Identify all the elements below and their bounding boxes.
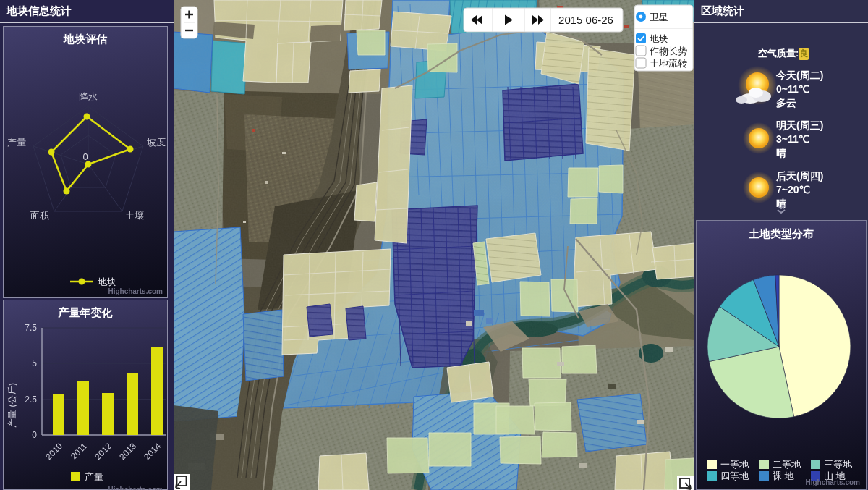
svg-text:作物长势: 作物长势 bbox=[649, 46, 687, 56]
svg-text:地块: 地块 bbox=[98, 276, 116, 287]
svg-text:0: 0 bbox=[32, 430, 37, 440]
svg-text:2014: 2014 bbox=[142, 441, 163, 462]
svg-text:降水: 降水 bbox=[79, 91, 98, 102]
svg-text:裸 地: 裸 地 bbox=[773, 470, 795, 481]
svg-text:2011: 2011 bbox=[69, 441, 89, 461]
svg-text:7.5: 7.5 bbox=[25, 323, 37, 333]
svg-text:土地流转: 土地流转 bbox=[650, 58, 687, 69]
svg-text:2012: 2012 bbox=[93, 441, 114, 462]
svg-text:一等地: 一等地 bbox=[720, 459, 749, 470]
svg-text:面积: 面积 bbox=[30, 210, 50, 221]
svg-text:土壤: 土壤 bbox=[125, 210, 144, 221]
svg-text:地块: 地块 bbox=[650, 33, 668, 44]
svg-text:产量 (公斤): 产量 (公斤) bbox=[7, 383, 17, 428]
svg-text:三等地: 三等地 bbox=[824, 459, 853, 470]
svg-text:产量: 产量 bbox=[7, 137, 26, 148]
svg-text:2010: 2010 bbox=[43, 441, 64, 462]
svg-text:5: 5 bbox=[32, 358, 37, 368]
svg-text:0: 0 bbox=[82, 151, 88, 162]
svg-text:二等地: 二等地 bbox=[773, 459, 801, 470]
svg-text:2013: 2013 bbox=[117, 441, 138, 462]
svg-text:四等地: 四等地 bbox=[720, 470, 749, 481]
svg-text:产量: 产量 bbox=[85, 471, 103, 482]
svg-text:卫星: 卫星 bbox=[650, 12, 668, 22]
svg-text:坡度: 坡度 bbox=[146, 137, 166, 148]
svg-text:2015 06-26: 2015 06-26 bbox=[558, 14, 613, 26]
svg-text:2.5: 2.5 bbox=[25, 394, 37, 405]
